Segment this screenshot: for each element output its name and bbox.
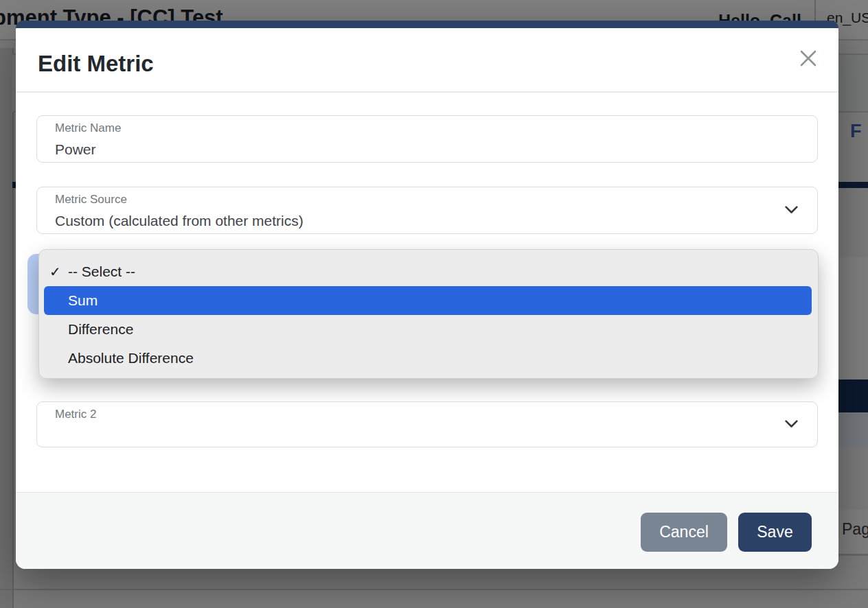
modal-footer: Cancel Save [16,492,838,569]
modal-title: Edit Metric [38,51,154,77]
check-icon: ✓ [49,264,61,280]
chevron-down-icon [782,200,801,221]
select-dropdown-popup: ✓ -- Select -- Sum Difference Absolute D… [38,249,819,379]
dropdown-option-select[interactable]: ✓ -- Select -- [39,257,818,286]
metric-name-label: Metric Name [55,121,817,137]
dropdown-option-label: Difference [68,321,133,338]
metric-source-label: Metric Source [55,192,817,208]
metric-name-value: Power [55,140,817,159]
dropdown-option-label: Sum [68,292,98,309]
dropdown-option-label: -- Select -- [68,264,135,280]
chevron-down-icon [782,414,801,435]
metric-2-field[interactable]: Metric 2 [36,401,818,447]
dropdown-option-sum[interactable]: Sum [44,286,812,315]
edit-metric-modal: Edit Metric Metric Name Power Metric Sou… [16,21,838,569]
metric-name-field[interactable]: Metric Name Power [36,115,818,163]
cancel-button[interactable]: Cancel [641,513,727,552]
dropdown-option-difference[interactable]: Difference [39,315,818,344]
save-button[interactable]: Save [738,513,812,552]
screen: pment Type - [CC] Test Hello, Call en_US… [0,0,868,608]
header-divider [16,91,838,93]
metric-source-value: Custom (calculated from other metrics) [55,211,817,230]
metric-source-field[interactable]: Metric Source Custom (calculated from ot… [36,187,818,234]
close-button[interactable] [790,43,826,75]
dropdown-option-label: Absolute Difference [68,350,194,366]
close-icon [797,47,820,72]
metric-2-label: Metric 2 [55,407,817,423]
dropdown-option-absolute-difference[interactable]: Absolute Difference [39,344,818,373]
modal-accent-bar [16,21,838,28]
